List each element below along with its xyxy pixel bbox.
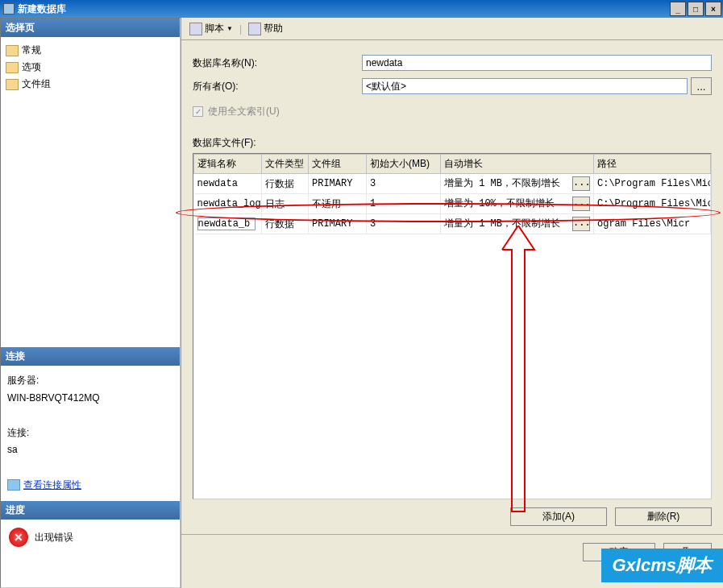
growth-browse-button[interactable]: ... — [572, 197, 590, 211]
table-row[interactable]: 行数据PRIMARY3 增量为 1 MB，不限制增长... ogram File… — [194, 214, 711, 234]
growth-browse-button[interactable]: ... — [572, 217, 590, 231]
col-filegroup[interactable]: 文件组 — [309, 155, 367, 174]
app-icon — [3, 3, 15, 14]
view-connection-link[interactable]: 查看连接属性 — [23, 479, 81, 491]
page-icon — [6, 45, 19, 56]
progress-header: 进度 — [1, 501, 180, 520]
page-general[interactable]: 常规 — [6, 42, 175, 59]
add-button[interactable]: 添加(A) — [510, 507, 607, 526]
remove-button[interactable]: 删除(R) — [615, 507, 712, 526]
growth-browse-button[interactable]: ... — [572, 176, 590, 191]
col-initial-size[interactable]: 初始大小(MB) — [367, 155, 441, 174]
page-tree: 常规 选项 文件组 — [1, 37, 180, 347]
script-button[interactable]: 脚本▼ — [186, 20, 236, 37]
page-label: 文件组 — [22, 77, 51, 91]
connection-value: sa — [7, 441, 173, 459]
page-icon — [6, 62, 19, 73]
left-panel: 选择页 常规 选项 文件组 连接 服务器: WIN-B8RVQT412MQ 连接… — [0, 18, 181, 588]
page-options[interactable]: 选项 — [6, 59, 175, 76]
minimize-button[interactable]: _ — [670, 2, 686, 16]
logical-name-input[interactable] — [197, 217, 256, 230]
page-label: 选项 — [22, 60, 41, 74]
help-label: 帮助 — [264, 22, 283, 35]
col-autogrowth[interactable]: 自动增长 — [441, 155, 594, 174]
server-label: 服务器: — [7, 372, 173, 390]
connection-label: 连接: — [7, 424, 173, 442]
col-path[interactable]: 路径 — [594, 155, 711, 174]
server-value: WIN-B8RVQT412MQ — [7, 390, 173, 408]
col-file-type[interactable]: 文件类型 — [262, 155, 309, 174]
files-table[interactable]: 逻辑名称 文件类型 文件组 初始大小(MB) 自动增长 路径 newdata行数… — [193, 154, 711, 234]
db-name-input[interactable] — [362, 55, 712, 71]
db-name-label: 数据库名称(N): — [193, 56, 362, 70]
window-title: 新建数据库 — [18, 2, 670, 16]
fulltext-label: 使用全文索引(U) — [208, 105, 280, 118]
progress-body: ✕ 出现错误 — [1, 520, 180, 555]
toolbar: 脚本▼ | 帮助 — [181, 18, 723, 40]
close-button[interactable]: × — [705, 2, 721, 16]
watermark: Gxlcms脚本 — [601, 549, 724, 582]
owner-input[interactable] — [362, 78, 688, 94]
title-bar: 新建数据库 _ □ × — [0, 0, 723, 18]
error-icon: ✕ — [9, 528, 28, 547]
connection-header: 连接 — [1, 347, 180, 366]
page-label: 常规 — [22, 43, 41, 57]
help-button[interactable]: 帮助 — [245, 20, 286, 37]
owner-browse-button[interactable]: ... — [691, 77, 712, 95]
help-icon — [248, 23, 261, 35]
connection-info: 服务器: WIN-B8RVQT412MQ 连接: sa 查看连接属性 — [1, 366, 180, 500]
col-logical-name[interactable]: 逻辑名称 — [194, 155, 262, 174]
right-panel: 脚本▼ | 帮助 数据库名称(N): 所有者(O): ... ✓ 使用全文索引(… — [181, 18, 723, 588]
page-filegroups[interactable]: 文件组 — [6, 76, 175, 93]
select-page-header: 选择页 — [1, 19, 180, 37]
page-icon — [6, 79, 19, 90]
table-row[interactable]: newdata行数据PRIMARY3 增量为 1 MB，不限制增长... C:\… — [194, 174, 711, 194]
script-label: 脚本 — [205, 22, 224, 35]
properties-icon — [7, 479, 20, 491]
files-table-wrap: 逻辑名称 文件类型 文件组 初始大小(MB) 自动增长 路径 newdata行数… — [193, 153, 712, 499]
maximize-button[interactable]: □ — [688, 2, 704, 16]
script-icon — [189, 23, 202, 35]
fulltext-checkbox: ✓ — [193, 106, 203, 117]
files-label: 数据库文件(F): — [193, 136, 712, 150]
table-row[interactable]: newdata_log日志不适用1 增量为 10%，不限制增长... C:\Pr… — [194, 194, 711, 214]
progress-text: 出现错误 — [35, 531, 73, 545]
chevron-down-icon: ▼ — [226, 25, 233, 32]
owner-label: 所有者(O): — [193, 80, 362, 93]
